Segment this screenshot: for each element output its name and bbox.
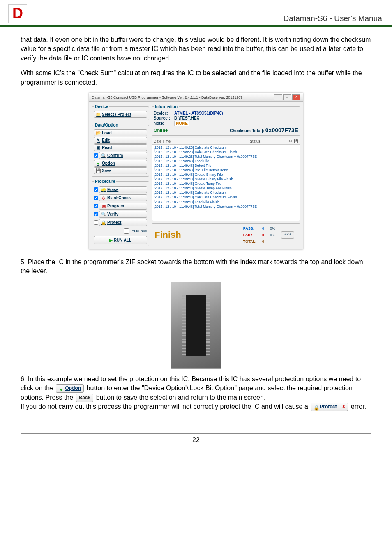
total-value: 0 bbox=[260, 240, 267, 244]
load-icon: 📂 bbox=[96, 131, 101, 135]
save-button[interactable]: 💾Save bbox=[94, 167, 147, 174]
lock-icon: 🔒 bbox=[314, 405, 318, 410]
log-line: [2012 / 12 / 10 - 11:49:48] Greate Temp … bbox=[154, 182, 298, 186]
log-area: Date Time Status ✂💾 [2012 / 12 / 10 - 11… bbox=[152, 138, 300, 221]
pass-value: 0 bbox=[260, 226, 267, 230]
note-label: Note: bbox=[154, 121, 174, 126]
inline-option-button[interactable]: ● Option bbox=[56, 384, 84, 393]
checksum-value: 0x0007F73E bbox=[265, 127, 298, 134]
log-line: [2012 / 12 / 10 - 11:49:48] Greate Binar… bbox=[154, 177, 298, 182]
load-button[interactable]: 📂Load bbox=[94, 129, 147, 136]
fail-value: 0 bbox=[260, 231, 267, 239]
inline-protect-button[interactable]: 🔒 Protect X bbox=[311, 403, 348, 411]
close-button[interactable]: ✕ bbox=[292, 94, 300, 100]
status-area: Finish PASS: 0 0% FAIL: 0 bbox=[152, 223, 300, 246]
option-icon: ● bbox=[59, 386, 64, 391]
search-icon: 🔍 bbox=[101, 153, 106, 158]
verify-button[interactable]: 🔍Verify bbox=[99, 211, 147, 218]
protect-checkbox[interactable] bbox=[94, 220, 98, 225]
read-button[interactable]: ▣Read bbox=[94, 144, 147, 151]
verify-icon: 🔍 bbox=[101, 212, 106, 216]
log-line: [2012 / 12 / 10 - 11:49:48] Total Memory… bbox=[154, 205, 298, 209]
log-line: [2012 / 12 / 10 - 11:49:48] Calculate Ch… bbox=[154, 191, 298, 195]
edit-icon: ✎ bbox=[96, 138, 101, 143]
note-value: NONE bbox=[174, 121, 189, 126]
device-legend: Device bbox=[94, 104, 109, 109]
page-number: 22 bbox=[21, 433, 371, 446]
procedure-group: Procedure 🧽Erase ◇BlankCheck ▣Program 🔍V… bbox=[92, 179, 149, 246]
auto-run-checkbox[interactable] bbox=[124, 228, 129, 234]
erase-icon: 🧽 bbox=[101, 187, 106, 192]
log-line: [2012 / 12 / 10 - 11:49:48] Calculate Ch… bbox=[154, 195, 298, 200]
clear-log-icon[interactable]: ✂ bbox=[289, 139, 292, 143]
inline-back-button[interactable]: Back bbox=[76, 394, 94, 402]
titlebar: Dataman-S6 Compact USB Programmer - Soft… bbox=[89, 93, 303, 102]
verify-checkbox[interactable] bbox=[94, 212, 98, 216]
log-line: [2012 / 12 / 10 - 11:49:23] Total Memory… bbox=[154, 154, 298, 159]
data-option-legend: Data/Option bbox=[94, 123, 120, 127]
program-button[interactable]: ▣Program bbox=[99, 203, 147, 210]
fail-pct: 0% bbox=[267, 231, 278, 239]
edit-button[interactable]: ✎Edit bbox=[94, 137, 147, 144]
log-line: [2012 / 12 / 10 - 11:49:23] Calculate Ch… bbox=[154, 150, 298, 154]
fail-label: FAIL: bbox=[241, 231, 259, 239]
read-icon: ▣ bbox=[96, 145, 101, 150]
log-line: [2012 / 12 / 10 - 11:49:48] Load File Fi… bbox=[154, 200, 298, 205]
blankcheck-checkbox[interactable] bbox=[94, 196, 98, 200]
option-icon: ● bbox=[96, 161, 101, 166]
chip-photo bbox=[171, 282, 221, 369]
device-label: Device: bbox=[154, 111, 174, 115]
log-line: [2012 / 12 / 10 - 11:49:48] intel File D… bbox=[154, 168, 298, 173]
log-line: [2012 / 12 / 10 - 11:49:48] Detect File bbox=[154, 164, 298, 168]
information-group: Information Device:ATMEL - AT89C51(DIP40… bbox=[152, 104, 300, 136]
total-label: TOTAL: bbox=[241, 240, 259, 244]
select-project-button[interactable]: 📁 Select / Project bbox=[94, 111, 147, 118]
save-log-icon[interactable]: 💾 bbox=[294, 139, 298, 143]
log-line: [2012 / 12 / 10 - 11:49:48] Greate Binar… bbox=[154, 173, 298, 177]
intro-paragraph-1: that data. If even one bit in the buffer… bbox=[21, 35, 371, 63]
erase-checkbox[interactable] bbox=[94, 187, 98, 192]
reset-counter-button[interactable]: >>0 bbox=[281, 231, 294, 239]
folder-icon: 📁 bbox=[96, 112, 101, 117]
logo: D bbox=[8, 4, 27, 23]
finish-label: Finish bbox=[154, 230, 181, 240]
maximize-button[interactable]: □ bbox=[283, 94, 291, 100]
blankcheck-icon: ◇ bbox=[101, 196, 106, 200]
information-legend: Information bbox=[154, 104, 179, 109]
step-6: 6. In this example we need to set the pr… bbox=[21, 375, 371, 412]
blankcheck-button[interactable]: ◇BlankCheck bbox=[99, 194, 147, 201]
save-icon: 💾 bbox=[96, 168, 101, 173]
online-status: Online bbox=[154, 128, 168, 133]
device-value: ATMEL - AT89C51(DIP40) bbox=[174, 111, 223, 115]
minimize-button[interactable]: – bbox=[274, 94, 282, 100]
log-list: [2012 / 12 / 10 - 11:49:23] Calculate Ch… bbox=[152, 145, 300, 210]
lock-icon: 🔒 bbox=[101, 220, 106, 225]
procedure-legend: Procedure bbox=[94, 179, 116, 184]
program-icon: ▣ bbox=[101, 204, 106, 208]
option-button[interactable]: ●Option bbox=[94, 160, 147, 167]
device-group: Device 📁 Select / Project bbox=[92, 104, 149, 120]
log-line: [2012 / 12 / 10 - 11:49:23] Calculate Ch… bbox=[154, 145, 298, 150]
run-all-button[interactable]: ▶ RUN ALL bbox=[94, 236, 147, 244]
log-header-status: Status bbox=[221, 139, 289, 143]
erase-button[interactable]: 🧽Erase bbox=[99, 186, 147, 193]
log-line: [2012 / 12 / 10 - 11:49:48] Greate Temp … bbox=[154, 186, 298, 191]
confirm-checkbox[interactable] bbox=[94, 153, 98, 158]
checksum-label: Checksum[Total]: bbox=[230, 129, 264, 133]
auto-run-label: Auto Run bbox=[131, 229, 147, 233]
pass-label: PASS: bbox=[241, 226, 259, 230]
confirm-button[interactable]: 🔍Confirm bbox=[99, 152, 147, 159]
source-value: D:\TEST.HEX bbox=[174, 116, 199, 120]
page-header: D Dataman-S6 - User's Manual bbox=[0, 0, 392, 27]
pass-pct: 0% bbox=[267, 226, 278, 230]
app-title: Dataman-S6 Compact USB Programmer - Soft… bbox=[92, 95, 242, 99]
source-label: Source : bbox=[154, 116, 174, 120]
intro-paragraph-2: With some IC's the "Check Sum" calculati… bbox=[21, 69, 371, 87]
program-checkbox[interactable] bbox=[94, 204, 98, 208]
logo-letter: D bbox=[12, 5, 23, 22]
x-icon: X bbox=[342, 403, 345, 410]
app-window: Dataman-S6 Compact USB Programmer - Soft… bbox=[89, 93, 303, 249]
log-header-datetime: Date Time bbox=[154, 139, 221, 143]
header-title: Dataman-S6 - User's Manual bbox=[284, 14, 384, 23]
protect-button[interactable]: 🔒Protect bbox=[99, 219, 147, 226]
